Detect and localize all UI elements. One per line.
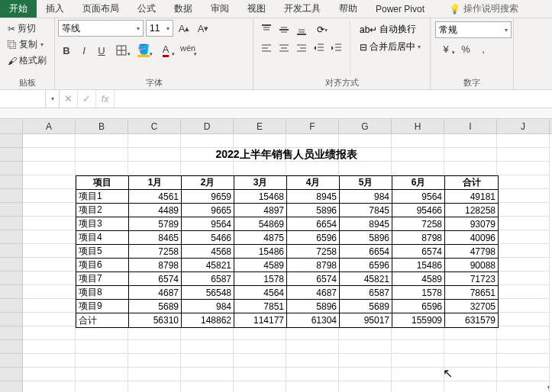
col-header[interactable]: F [286, 119, 339, 133]
table-cell[interactable]: 71723 [445, 272, 498, 286]
table-cell[interactable]: 1578 [234, 272, 287, 286]
row-header[interactable] [0, 340, 23, 354]
cell[interactable] [497, 217, 550, 230]
col-header[interactable]: G [339, 119, 392, 133]
cell[interactable] [181, 134, 234, 148]
row-header[interactable] [0, 326, 23, 340]
row-header[interactable] [0, 230, 23, 244]
table-cell[interactable]: 7258 [129, 245, 182, 259]
cell[interactable] [392, 162, 444, 175]
cell[interactable] [392, 326, 444, 340]
table-cell[interactable]: 9564 [392, 190, 445, 204]
table-cell[interactable]: 项目9 [76, 300, 129, 313]
cell[interactable] [444, 354, 497, 368]
cell[interactable] [497, 162, 550, 175]
row-header[interactable] [0, 162, 23, 175]
table-cell[interactable]: 984 [182, 300, 234, 313]
cell[interactable] [392, 340, 444, 354]
cell[interactable] [23, 340, 76, 354]
number-format-combo[interactable]: 常规 ▾ [435, 21, 512, 38]
format-painter-button[interactable]: 🖌 格式刷 [5, 53, 50, 68]
font-name-combo[interactable]: 等线 ▾ [58, 20, 144, 37]
cell[interactable] [339, 326, 392, 340]
cut-button[interactable]: ✂ 剪切 [5, 21, 50, 36]
table-cell[interactable]: 6596 [340, 259, 392, 272]
table-cell[interactable]: 128258 [445, 204, 498, 217]
cell[interactable] [497, 230, 550, 244]
align-left-button[interactable] [258, 40, 275, 56]
tab-review[interactable]: 审阅 [202, 0, 238, 18]
table-cell[interactable]: 95466 [392, 204, 445, 217]
table-cell[interactable]: 45821 [182, 259, 234, 272]
table-cell[interactable]: 114177 [234, 313, 287, 327]
table-cell[interactable]: 15486 [234, 245, 287, 259]
table-cell[interactable]: 56310 [129, 313, 182, 327]
increase-indent-button[interactable] [328, 40, 345, 56]
table-cell[interactable]: 5689 [340, 300, 392, 313]
cell[interactable] [128, 368, 181, 381]
name-box[interactable] [0, 90, 46, 108]
cell[interactable] [286, 340, 339, 354]
tab-dev-tools[interactable]: 开发工具 [275, 0, 330, 18]
table-header-cell[interactable]: 项目 [76, 176, 129, 190]
table-cell[interactable]: 45821 [340, 272, 392, 286]
tab-search[interactable]: 💡 操作说明搜索 [440, 0, 528, 18]
table-cell[interactable]: 项目1 [76, 190, 129, 204]
table-cell[interactable]: 项目3 [76, 217, 129, 231]
cell[interactable] [181, 326, 234, 340]
table-cell[interactable]: 4489 [129, 204, 182, 217]
cell[interactable] [497, 148, 550, 162]
table-cell[interactable]: 4589 [392, 272, 445, 286]
table-cell[interactable]: 6587 [340, 286, 392, 300]
tab-page-layout[interactable]: 页面布局 [73, 0, 128, 18]
tab-view[interactable]: 视图 [238, 0, 275, 18]
cell[interactable] [181, 162, 234, 175]
cell[interactable] [76, 368, 128, 381]
cell[interactable] [339, 162, 392, 175]
cell[interactable] [23, 258, 76, 272]
table-cell[interactable]: 项目7 [76, 272, 129, 286]
table-cell[interactable]: 8945 [287, 190, 340, 204]
cell[interactable] [23, 368, 76, 381]
cell[interactable] [76, 381, 128, 392]
cell[interactable] [23, 134, 76, 148]
cell[interactable] [234, 368, 286, 381]
merge-center-button[interactable]: ⊟ 合并后居中 ▾ [355, 39, 425, 55]
orientation-button[interactable]: ⟳▾ [311, 21, 334, 38]
table-cell[interactable]: 8945 [340, 217, 392, 231]
italic-button[interactable]: I [76, 42, 92, 59]
col-header[interactable]: B [76, 119, 128, 133]
bold-button[interactable]: B [58, 42, 75, 59]
table-header-cell[interactable]: 合计 [445, 176, 498, 190]
table-cell[interactable]: 78651 [445, 286, 498, 300]
formula-input[interactable] [115, 90, 552, 108]
table-header-cell[interactable]: 5月 [340, 176, 392, 190]
cell[interactable] [339, 354, 392, 368]
tab-start[interactable]: 开始 [0, 0, 37, 18]
table-cell[interactable]: 6574 [129, 272, 182, 286]
table-cell[interactable]: 4687 [129, 286, 182, 300]
table-cell[interactable]: 49181 [445, 190, 498, 204]
table-cell[interactable]: 5689 [129, 300, 182, 313]
table-header-cell[interactable]: 1月 [129, 176, 182, 190]
row-header[interactable] [0, 134, 23, 148]
cell[interactable] [444, 134, 497, 148]
cell[interactable] [392, 134, 444, 148]
col-header[interactable]: E [234, 119, 286, 133]
tab-help[interactable]: 帮助 [330, 0, 366, 18]
table-cell[interactable]: 984 [340, 190, 392, 204]
cell[interactable] [497, 244, 550, 258]
cell[interactable] [392, 381, 444, 392]
table-header-cell[interactable]: 2月 [182, 176, 234, 190]
cell[interactable] [497, 189, 550, 203]
cell[interactable] [286, 134, 339, 148]
table-cell[interactable]: 5896 [287, 204, 340, 217]
align-right-button[interactable] [293, 40, 310, 56]
table-cell[interactable]: 项目6 [76, 259, 129, 272]
table-cell[interactable]: 8798 [287, 259, 340, 272]
table-cell[interactable]: 148862 [182, 313, 234, 327]
wrap-text-button[interactable]: ab↵ 自动换行 [355, 21, 425, 37]
table-cell[interactable]: 93079 [445, 217, 498, 231]
table-cell[interactable]: 6574 [392, 245, 445, 259]
table-cell[interactable]: 15486 [392, 259, 445, 272]
